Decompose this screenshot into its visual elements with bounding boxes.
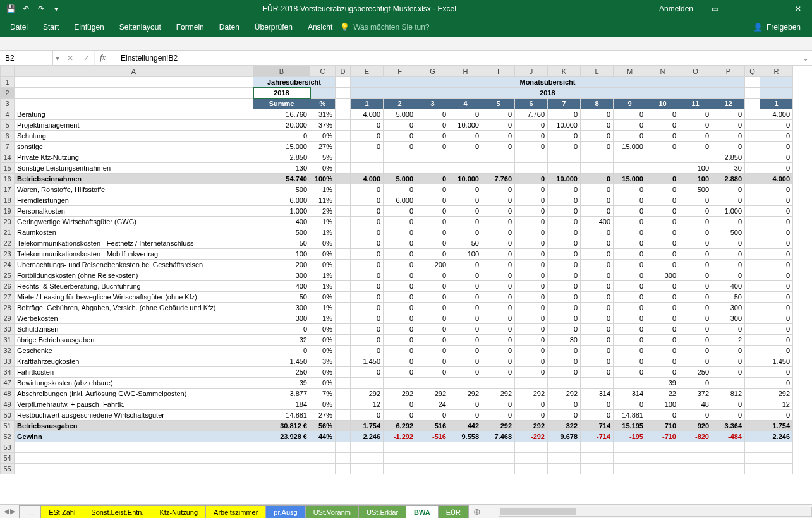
cell[interactable]: 0 [581, 174, 614, 184]
cell[interactable]: 0 [679, 346, 712, 356]
cell[interactable]: 100% [310, 174, 336, 184]
cell[interactable]: 1.450 [253, 356, 310, 367]
cell[interactable] [646, 152, 679, 163]
row-header[interactable]: 25 [1, 270, 15, 281]
tab-seitenlayout[interactable]: Seitenlayout [112, 18, 169, 37]
cell[interactable]: 39 [253, 378, 310, 388]
cell[interactable]: 0 [581, 281, 614, 292]
cell[interactable]: 2.850 [712, 152, 745, 163]
cell[interactable]: 0 [384, 346, 416, 356]
cell[interactable]: 6.292 [384, 421, 416, 431]
cell[interactable]: 0 [515, 270, 548, 281]
minimize-icon[interactable]: — [729, 0, 756, 18]
cell[interactable]: 15.000 [253, 142, 310, 152]
cell[interactable]: 0 [515, 249, 548, 260]
cell[interactable] [482, 378, 515, 388]
cell[interactable]: Fortbildungskosten (ohne Reisekosten) [15, 270, 253, 281]
cell[interactable]: 0 [760, 120, 793, 131]
cell[interactable]: 0 [712, 410, 745, 421]
cancel-formula-icon[interactable]: ✕ [62, 51, 78, 65]
cell[interactable]: 0 [482, 346, 515, 356]
cell[interactable]: 200 [253, 260, 310, 270]
cell[interactable]: 10.000 [548, 174, 581, 184]
cell[interactable]: 812 [712, 388, 745, 399]
cell[interactable]: 322 [548, 421, 581, 431]
cell[interactable]: 130 [253, 163, 310, 174]
cell[interactable]: 0 [515, 303, 548, 313]
cell[interactable]: 10.000 [449, 120, 482, 131]
cell[interactable]: 0 [449, 313, 482, 324]
cell[interactable] [548, 163, 581, 174]
cell[interactable]: 4.000 [351, 174, 384, 184]
cell[interactable]: 0 [614, 335, 646, 346]
cell[interactable] [416, 453, 449, 464]
col-header[interactable]: I [482, 66, 515, 77]
cell[interactable]: 0 [646, 227, 679, 238]
cell[interactable]: 292 [482, 421, 515, 431]
cell[interactable] [614, 453, 646, 464]
cell[interactable]: 0 [351, 303, 384, 313]
col-header[interactable]: O [679, 66, 712, 77]
cell[interactable]: 0 [351, 313, 384, 324]
cell[interactable]: 0 [449, 324, 482, 335]
select-all[interactable] [1, 66, 15, 77]
row-header[interactable]: 29 [1, 313, 15, 324]
cell[interactable]: 0 [449, 195, 482, 206]
namebox-dropdown-icon[interactable]: ▾ [53, 54, 62, 63]
ribbon-options-icon[interactable]: ▭ [701, 0, 729, 18]
cell[interactable]: 714 [581, 421, 614, 431]
cell[interactable]: 2.246 [760, 431, 793, 442]
formula-input[interactable]: =Einstellungen!B2 [111, 54, 799, 63]
cell[interactable]: 44% [310, 431, 336, 442]
cell[interactable]: 14.881 [253, 410, 310, 421]
cell[interactable]: 0% [310, 324, 336, 335]
cell[interactable] [745, 453, 760, 464]
cell[interactable] [712, 378, 745, 388]
cell[interactable] [581, 378, 614, 388]
cell[interactable]: 400 [712, 281, 745, 292]
cell[interactable]: 0 [351, 238, 384, 249]
cell[interactable]: 250 [679, 367, 712, 378]
cell[interactable]: 0 [712, 120, 745, 131]
cell[interactable]: 250 [253, 367, 310, 378]
cell[interactable] [253, 453, 310, 464]
name-box[interactable]: B2 [0, 51, 53, 65]
cell[interactable]: 100 [449, 249, 482, 260]
cell[interactable]: 0 [548, 217, 581, 227]
cell[interactable]: 0 [760, 249, 793, 260]
cell[interactable]: 12 [760, 399, 793, 410]
cell[interactable]: 0% [310, 346, 336, 356]
cell[interactable]: 500 [253, 184, 310, 195]
cell[interactable] [449, 442, 482, 453]
cell[interactable]: 400 [253, 281, 310, 292]
cell[interactable]: 0 [679, 195, 712, 206]
cell[interactable]: 0 [384, 217, 416, 227]
cell[interactable]: 0 [760, 367, 793, 378]
cell[interactable]: 50 [449, 238, 482, 249]
cell[interactable]: Fahrtkosten [15, 367, 253, 378]
cell[interactable]: 0 [614, 399, 646, 410]
cell[interactable] [712, 453, 745, 464]
cell[interactable]: 0 [416, 313, 449, 324]
cell[interactable] [614, 464, 646, 474]
cell[interactable]: 24 [416, 399, 449, 410]
cell[interactable]: 0 [581, 120, 614, 131]
cell[interactable] [384, 163, 416, 174]
cell[interactable]: 0 [712, 195, 745, 206]
row-header[interactable]: 54 [1, 453, 15, 464]
cell[interactable]: 6.000 [253, 195, 310, 206]
row-header[interactable]: 52 [1, 431, 15, 442]
cell[interactable]: 0 [679, 142, 712, 152]
col-header[interactable]: B [253, 66, 310, 77]
cell[interactable]: 0 [581, 313, 614, 324]
cell[interactable]: 0 [515, 184, 548, 195]
row-header[interactable]: 51 [1, 421, 15, 431]
cell[interactable]: 0 [614, 367, 646, 378]
cell[interactable]: 0 [416, 249, 449, 260]
cell[interactable]: 30 [712, 163, 745, 174]
cell[interactable]: 0 [515, 335, 548, 346]
cell[interactable]: 0 [646, 313, 679, 324]
cell[interactable]: Beratung [15, 109, 253, 120]
cell[interactable] [679, 152, 712, 163]
cell[interactable]: 0 [351, 217, 384, 227]
